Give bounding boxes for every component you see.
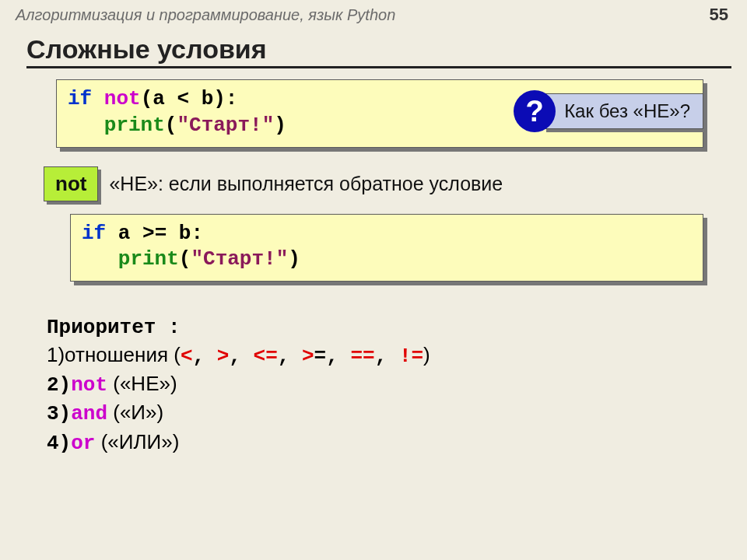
code-block-2: if a >= b: print("Старт!") [70,214,703,282]
code-text: a >= b: [106,222,203,245]
subject-label: Алгоритмизация и программирование, язык … [16,6,395,24]
kw-not: not [92,87,140,110]
indent [82,247,118,271]
question-callout: ? Как без «НЕ»? [514,90,703,132]
op-ge-2: = [314,345,327,368]
string-literal: "Старт!" [191,247,288,271]
kw-not: not [71,373,107,397]
indent [68,114,104,137]
paren-close: ) [288,247,300,271]
page-number: 55 [710,5,728,25]
priority-list: Приоритет : 1)отношения (<, >, <=, >=, =… [47,314,747,457]
not-explanation-row: not «НЕ»: если выполняется обратное усло… [44,166,747,201]
op-le: <= [254,345,278,368]
kw-if: if [68,87,92,110]
paren-open: ( [165,114,177,137]
not-badge: not [44,166,98,201]
kw-and: and [71,402,107,425]
kw-or: or [71,432,95,455]
string-literal: "Старт!" [177,114,274,137]
op-lt: < [181,345,193,368]
p1-suffix: ) [423,343,430,366]
question-text: Как без «НЕ»? [543,93,703,129]
op-ne: != [399,345,423,368]
question-mark-icon: ? [514,90,556,132]
op-ge-1: > [302,345,314,368]
paren-close: ) [274,114,286,137]
p1-prefix: 1)отношения ( [47,343,181,366]
slide-title: Сложные условия [26,34,747,65]
not-description: «НЕ»: если выполняется обратное условие [109,173,503,195]
op-gt: > [217,345,230,368]
paren-open: ( [179,247,191,271]
priority-item-1: 1)отношения (<, >, <=, >=, ==, !=) [47,341,747,370]
kw-print: print [104,114,165,137]
kw-if: if [82,222,106,245]
priority-item-4: 4)or («ИЛИ») [47,429,747,457]
priority-item-2: 2)not («НЕ») [47,370,747,399]
priority-item-3: 3)and («И») [47,399,747,428]
op-eq: == [350,345,374,368]
title-underline [26,66,731,68]
code-text: (a < b): [141,87,238,110]
slide-header: Алгоритмизация и программирование, язык … [0,0,747,28]
priority-heading: Приоритет : [47,314,747,341]
kw-print: print [118,247,179,271]
